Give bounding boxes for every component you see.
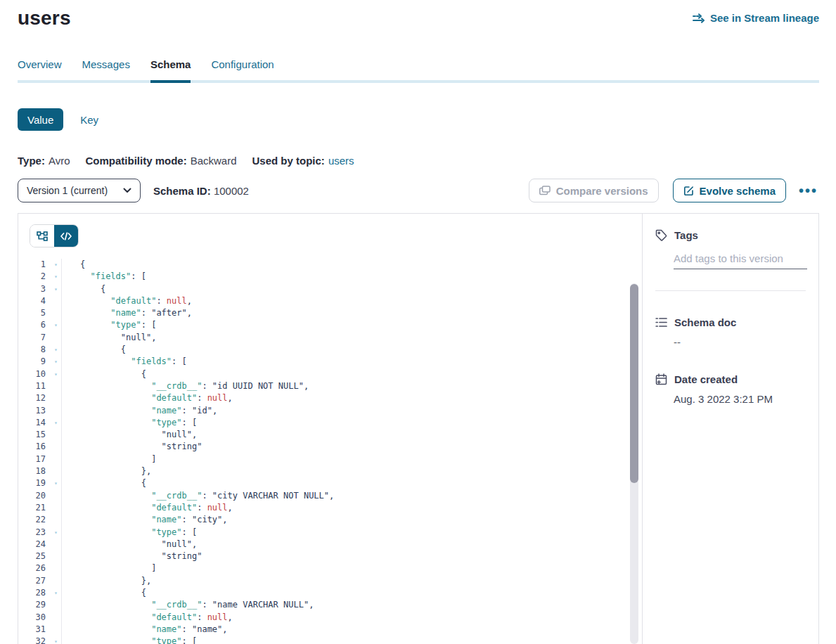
code-scroll-area[interactable]: 1▾{2▾ "fields": [3▾ {4 "default": null,5… bbox=[18, 249, 642, 644]
fold-arrow-icon[interactable]: ▾ bbox=[51, 417, 62, 429]
tab-underline-track bbox=[18, 80, 819, 83]
code-text: "name": "city", bbox=[80, 514, 228, 526]
view-mode-toggle bbox=[30, 224, 79, 247]
code-line: 9▾ "fields": [ bbox=[18, 356, 642, 368]
fold-spacer bbox=[51, 465, 62, 477]
code-line: 32▾ "type": [ bbox=[18, 636, 642, 644]
meta-type: Type:Avro bbox=[18, 155, 70, 167]
line-number: 21 bbox=[18, 502, 46, 514]
fold-arrow-icon[interactable]: ▾ bbox=[51, 259, 62, 271]
evolve-schema-button[interactable]: Evolve schema bbox=[673, 179, 786, 202]
page-header: users See in Stream lineage bbox=[18, 0, 819, 30]
code-text: "string" bbox=[80, 441, 202, 453]
code-line: 13 "name": "id", bbox=[18, 405, 642, 417]
line-number: 30 bbox=[18, 612, 46, 624]
line-number: 9 bbox=[18, 356, 46, 368]
code-line: 30 "default": null, bbox=[18, 612, 642, 624]
tab-messages[interactable]: Messages bbox=[82, 58, 130, 80]
compare-versions-button[interactable]: Compare versions bbox=[529, 179, 659, 202]
line-number: 5 bbox=[18, 307, 46, 319]
stream-lineage-link[interactable]: See in Stream lineage bbox=[693, 12, 819, 24]
fold-spacer bbox=[51, 332, 62, 344]
code-text: "null", bbox=[80, 332, 156, 344]
code-line: 23▾ "type": [ bbox=[18, 527, 642, 539]
code-line: 5 "name": "after", bbox=[18, 307, 642, 319]
code-text: "__crdb__": "city VARCHAR NOT NULL", bbox=[80, 490, 334, 502]
code-text: "type": [ bbox=[80, 636, 197, 644]
code-text: "null", bbox=[80, 429, 197, 441]
key-toggle-link[interactable]: Key bbox=[80, 114, 98, 126]
code-text: "type": [ bbox=[80, 527, 197, 539]
tab-bar: Overview Messages Schema Configuration bbox=[18, 58, 819, 80]
fold-arrow-icon[interactable]: ▾ bbox=[51, 587, 62, 599]
code-line: 1▾{ bbox=[18, 259, 642, 271]
code-text: ] bbox=[80, 453, 156, 465]
fold-spacer bbox=[51, 562, 62, 574]
fold-spacer bbox=[51, 490, 62, 502]
meta-compatibility: Compatibility mode:Backward bbox=[85, 155, 236, 167]
scrollbar-thumb[interactable] bbox=[630, 284, 638, 483]
tree-view-button[interactable] bbox=[30, 225, 54, 247]
tags-section: Tags bbox=[655, 229, 807, 291]
code-text: "name": "name", bbox=[80, 624, 228, 636]
fold-arrow-icon[interactable]: ▾ bbox=[51, 368, 62, 380]
stream-lineage-icon bbox=[693, 13, 705, 23]
version-select[interactable]: Version 1 (current) bbox=[18, 179, 141, 202]
fold-spacer bbox=[51, 612, 62, 624]
sidebar-divider bbox=[655, 290, 806, 291]
line-number: 10 bbox=[18, 368, 46, 380]
line-number: 31 bbox=[18, 624, 46, 636]
fold-arrow-icon[interactable]: ▾ bbox=[51, 636, 62, 644]
code-line: 16 "string" bbox=[18, 441, 642, 453]
schema-doc-header: Schema doc bbox=[655, 316, 807, 328]
code-line: 28▾ { bbox=[18, 587, 642, 599]
code-line: 4 "default": null, bbox=[18, 295, 642, 307]
date-created-header: Date created bbox=[655, 373, 807, 385]
meta-used-by-topic: Used by topic:users bbox=[252, 155, 354, 167]
code-text: "null", bbox=[80, 539, 197, 550]
line-number: 28 bbox=[18, 587, 46, 599]
schema-page: users See in Stream lineage Overview Mes… bbox=[0, 0, 836, 644]
code-line: 25 "string" bbox=[18, 550, 642, 562]
fold-arrow-icon[interactable]: ▾ bbox=[51, 356, 62, 368]
line-number: 14 bbox=[18, 417, 46, 429]
value-toggle-button[interactable]: Value bbox=[18, 108, 63, 131]
topic-link[interactable]: users bbox=[328, 155, 354, 167]
tab-configuration[interactable]: Configuration bbox=[211, 58, 274, 80]
code-text: "string" bbox=[80, 550, 202, 562]
code-line: 2▾ "fields": [ bbox=[18, 271, 642, 283]
fold-arrow-icon[interactable]: ▾ bbox=[51, 477, 62, 489]
code-line: 14▾ "type": [ bbox=[18, 417, 642, 429]
fold-spacer bbox=[51, 392, 62, 404]
line-number: 16 bbox=[18, 441, 46, 453]
more-options-button[interactable]: ••• bbox=[797, 184, 819, 197]
fold-arrow-icon[interactable]: ▾ bbox=[51, 527, 62, 539]
schema-id: Schema ID: 100002 bbox=[153, 185, 249, 197]
line-number: 18 bbox=[18, 465, 46, 477]
code-line: 21 "default": null, bbox=[18, 502, 642, 514]
fold-arrow-icon[interactable]: ▾ bbox=[51, 319, 62, 331]
fold-arrow-icon[interactable]: ▾ bbox=[51, 344, 62, 356]
evolve-schema-icon bbox=[683, 186, 694, 196]
line-number: 15 bbox=[18, 429, 46, 441]
code-view-button[interactable] bbox=[54, 225, 78, 247]
fold-arrow-icon[interactable]: ▾ bbox=[51, 283, 62, 295]
line-number: 12 bbox=[18, 392, 46, 404]
add-tags-input[interactable] bbox=[674, 251, 807, 269]
code-text: { bbox=[80, 259, 85, 271]
code-line: 27 }, bbox=[18, 575, 642, 587]
tab-overview[interactable]: Overview bbox=[18, 58, 62, 80]
tab-schema[interactable]: Schema bbox=[150, 58, 191, 80]
line-number: 26 bbox=[18, 562, 46, 574]
fold-spacer bbox=[51, 441, 62, 453]
version-bar: Version 1 (current) Schema ID: 100002 Co… bbox=[18, 179, 819, 202]
code-text: { bbox=[80, 344, 126, 356]
scrollbar-track[interactable] bbox=[630, 283, 638, 644]
tag-icon bbox=[655, 229, 667, 241]
line-number: 6 bbox=[18, 319, 46, 331]
code-view-icon bbox=[60, 232, 72, 240]
code-text: "name": "id", bbox=[80, 405, 217, 417]
line-number: 8 bbox=[18, 344, 46, 356]
fold-arrow-icon[interactable]: ▾ bbox=[51, 271, 62, 283]
line-number: 29 bbox=[18, 599, 46, 611]
